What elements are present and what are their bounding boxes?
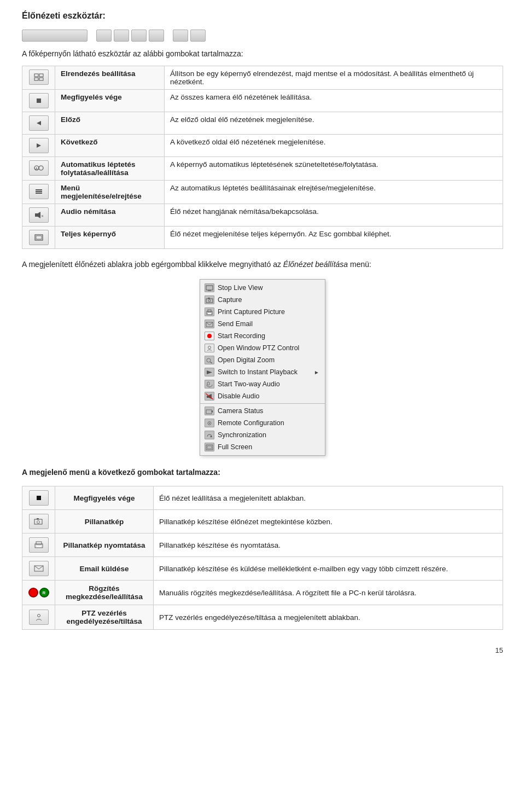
svg-text:A: A <box>35 167 38 171</box>
menu-item-stop-live-view: Stop Live View <box>200 282 325 294</box>
desc-cell: Az összes kamera élő nézetének leállítás… <box>165 90 503 112</box>
icon-cell <box>22 605 55 630</box>
svg-rect-21 <box>208 298 210 299</box>
icon-cell <box>22 486 55 510</box>
label-cell: PTZ vezérlés engedélyezése/tiltása <box>55 605 154 630</box>
printer-icon <box>205 308 214 316</box>
record-dot <box>207 334 212 338</box>
toolbar-btn-3 <box>131 30 147 42</box>
menu-item-label: Switch to Instant Playback <box>218 368 298 376</box>
menu-item-label: Stop Live View <box>218 284 262 292</box>
menu-item-label: Disable Audio <box>218 392 259 400</box>
label-cell: Audio némítása <box>55 204 165 227</box>
table-row: Elrendezés beállítása Állítson be egy ké… <box>22 66 503 90</box>
desc-cell: Pillanatkép készítése és nyomtatása. <box>154 533 503 557</box>
menu-item-send-email: Send Email <box>200 318 325 330</box>
svg-rect-24 <box>208 310 211 312</box>
table-row: Megfigyelés vége Élő nézet leállítása a … <box>22 486 503 510</box>
menu-item-label: Camera Status <box>218 407 263 415</box>
menu-item-camera-status: Camera Status <box>200 405 325 417</box>
rec-icons: R <box>28 588 49 598</box>
table-row: Előző Az előző oldal élő nézetének megje… <box>22 112 503 135</box>
icon-cell <box>22 66 55 90</box>
svg-rect-25 <box>208 313 211 314</box>
tools-table: Elrendezés beállítása Állítson be egy ké… <box>22 66 503 249</box>
menu-item-label: Synchronization <box>218 431 266 439</box>
audio-icon: ✕ <box>29 207 49 223</box>
ptz-icon <box>205 344 214 352</box>
svg-rect-43 <box>37 496 41 500</box>
desc-cell: Élő nézet leállítása a megjelenített abl… <box>154 486 503 510</box>
svg-point-9 <box>39 166 43 170</box>
menu-separator <box>200 403 325 404</box>
label-cell: Teljes képernyő <box>55 227 165 249</box>
desc-cell: A következő oldal élő nézetének megjelen… <box>165 135 503 157</box>
svg-rect-13 <box>35 213 38 217</box>
label-cell: Következő <box>55 135 165 157</box>
table-row: A Automatikus léptetés folytatása/leállí… <box>22 157 503 181</box>
svg-rect-0 <box>34 74 38 77</box>
desc-cell: Pillanatkép készítése és küldése mellékl… <box>154 557 503 581</box>
icon-cell: ✕ <box>22 204 55 227</box>
toolbar-illustration <box>22 30 503 42</box>
toolbar-btn-6 <box>190 30 206 42</box>
svg-line-29 <box>211 362 213 363</box>
table-row: Menü megjelenítése/elrejtése Az automati… <box>22 181 503 204</box>
svg-marker-5 <box>37 121 41 125</box>
desc-cell: Az automatikus léptetés beállításainak e… <box>165 181 503 204</box>
toolbar-btn-2 <box>114 30 129 42</box>
menu-item-label: Print Captured Picture <box>218 308 285 316</box>
svg-rect-3 <box>39 78 43 80</box>
menu-item-label: Capture <box>218 296 242 304</box>
camera-status-icon <box>205 407 214 415</box>
icon-cell <box>22 510 55 533</box>
menu-item-label: Start Two-way Audio <box>218 380 280 388</box>
svg-rect-18 <box>206 286 213 290</box>
toolbar-btn-4 <box>149 30 164 42</box>
svg-rect-45 <box>37 518 39 520</box>
toolbar-btn-1 <box>96 30 112 42</box>
rec-circle-green: R <box>39 588 49 598</box>
menu-item-capture: Capture <box>200 294 325 306</box>
table-row: Pillanatkép Pillanatkép készítése élőnéz… <box>22 510 503 533</box>
label-cell: Menü megjelenítése/elrejtése <box>55 181 165 204</box>
monitor-icon <box>205 283 214 292</box>
fullscreen2-icon <box>205 443 214 451</box>
desc-cell: Élő nézet hangjának némítása/bekapcsolás… <box>165 204 503 227</box>
svg-text:✕: ✕ <box>41 214 44 218</box>
svg-rect-2 <box>34 78 38 80</box>
arrow-left-icon <box>29 115 49 131</box>
menu-item-ptz: Open Window PTZ Control <box>200 342 325 354</box>
menu-item-two-way-audio: Start Two-way Audio <box>200 378 325 390</box>
intro-text: A főképernyőn látható eszköztár az alább… <box>22 49 503 58</box>
svg-rect-17 <box>36 236 42 239</box>
svg-rect-10 <box>36 189 42 190</box>
label-cell: Elrendezés beállítása <box>55 66 165 90</box>
page-title: Élőnézeti eszköztár: <box>22 11 503 21</box>
toolbar-btn-5 <box>173 30 188 42</box>
icon-cell <box>22 557 55 581</box>
svg-point-39 <box>209 422 210 424</box>
label-cell: Rögzítés megkezdése/leállítása <box>55 581 154 605</box>
desc-cell: PTZ vezérlés engedélyezése/tiltása a meg… <box>154 605 503 630</box>
arrow-icon: ► <box>314 369 319 375</box>
table-row: Következő A következő oldal élő nézeténe… <box>22 135 503 157</box>
svg-rect-11 <box>36 191 42 192</box>
table-row: Teljes képernyő Élő nézet megjelenítése … <box>22 227 503 249</box>
svg-point-22 <box>208 299 211 301</box>
table-row: Email küldése Pillanatkép készítése és k… <box>22 557 503 581</box>
svg-point-28 <box>207 358 211 362</box>
context-menu: Stop Live View Capture Print Captured Pi… <box>200 279 325 456</box>
svg-rect-12 <box>36 193 42 194</box>
label-cell: Pillanatkép <box>55 510 154 533</box>
menu-item-label: Start Recording <box>218 332 265 340</box>
icon-cell: R <box>22 581 55 605</box>
svg-rect-31 <box>207 382 209 385</box>
icon-cell: A <box>22 157 55 181</box>
svg-rect-1 <box>39 74 43 77</box>
playback-icon <box>205 368 214 376</box>
icon-cell <box>22 112 55 135</box>
label-cell: Email küldése <box>55 557 154 581</box>
table-row: Megfigyelés vége Az összes kamera élő né… <box>22 90 503 112</box>
section-text: A megjelenített élőnézeti ablakra jobb e… <box>22 259 503 270</box>
